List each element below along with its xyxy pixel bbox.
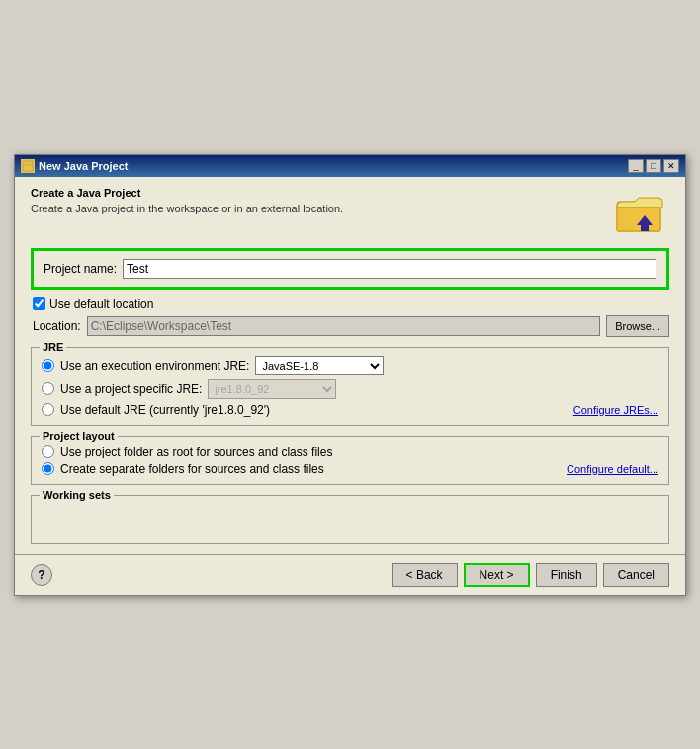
jre-environment-dropdown[interactable]: JavaSE-1.8 JavaSE-11 JavaSE-17 bbox=[255, 356, 384, 375]
help-button[interactable]: ? bbox=[31, 564, 52, 586]
layout-option2-label: Create separate folders for sources and … bbox=[60, 462, 324, 476]
project-name-input[interactable] bbox=[123, 259, 656, 279]
layout-option2-row: Create separate folders for sources and … bbox=[42, 462, 658, 476]
default-location-row: Use default location bbox=[31, 297, 669, 311]
window-title: New Java Project bbox=[39, 160, 129, 172]
use-default-location-checkbox[interactable] bbox=[33, 297, 45, 310]
header-description: Create a Java project in the workspace o… bbox=[31, 203, 343, 214]
window-icon bbox=[21, 159, 35, 173]
location-input bbox=[87, 316, 600, 336]
configure-jres-link[interactable]: Configure JREs... bbox=[573, 404, 658, 416]
jre-option1-radio[interactable] bbox=[42, 359, 54, 372]
title-bar-left: New Java Project bbox=[21, 159, 129, 173]
working-sets-label: Working sets bbox=[40, 489, 114, 501]
location-row: Location: Browse... bbox=[31, 315, 669, 337]
title-buttons: _ □ ✕ bbox=[628, 159, 679, 173]
layout-option1-radio[interactable] bbox=[42, 445, 54, 458]
minimize-button[interactable]: _ bbox=[628, 159, 644, 173]
jre-option3-label: Use default JRE (currently 'jre1.8.0_92'… bbox=[60, 403, 270, 417]
configure-default-link[interactable]: Configure default... bbox=[567, 463, 658, 475]
jre-option3-row: Use default JRE (currently 'jre1.8.0_92'… bbox=[42, 403, 658, 417]
jre-group: JRE Use an execution environment JRE: Ja… bbox=[31, 347, 669, 426]
svg-rect-0 bbox=[23, 161, 33, 171]
header-title: Create a Java Project bbox=[31, 187, 343, 199]
use-default-location-label: Use default location bbox=[49, 297, 153, 311]
header-section: Create a Java Project Create a Java proj… bbox=[31, 187, 669, 236]
close-button[interactable]: ✕ bbox=[663, 159, 679, 173]
working-sets-group: Working sets bbox=[31, 495, 669, 544]
header-icon bbox=[610, 187, 669, 236]
jre-option2-label: Use a project specific JRE: bbox=[60, 382, 202, 396]
header-text: Create a Java Project Create a Java proj… bbox=[31, 187, 343, 214]
svg-rect-3 bbox=[617, 208, 660, 231]
project-layout-group: Project layout Use project folder as roo… bbox=[31, 436, 669, 485]
layout-option1-label: Use project folder as root for sources a… bbox=[60, 445, 332, 458]
project-layout-label: Project layout bbox=[40, 430, 118, 442]
layout-option2-radio[interactable] bbox=[42, 462, 54, 475]
jre-specific-dropdown[interactable]: jre1.8.0_92 bbox=[208, 379, 336, 399]
footer-buttons: < Back Next > Finish Cancel bbox=[392, 563, 669, 587]
maximize-button[interactable]: □ bbox=[646, 159, 661, 173]
project-name-section: Project name: bbox=[31, 248, 669, 290]
finish-button[interactable]: Finish bbox=[536, 563, 597, 587]
cancel-button[interactable]: Cancel bbox=[603, 563, 669, 587]
layout-option1-row: Use project folder as root for sources a… bbox=[42, 445, 658, 458]
footer-left: ? bbox=[31, 564, 52, 586]
footer: ? < Back Next > Finish Cancel bbox=[15, 554, 685, 595]
project-name-label: Project name: bbox=[44, 262, 117, 276]
content-area: Create a Java Project Create a Java proj… bbox=[15, 177, 685, 554]
next-button[interactable]: Next > bbox=[464, 563, 530, 587]
title-bar: New Java Project _ □ ✕ bbox=[15, 155, 685, 177]
back-button[interactable]: < Back bbox=[392, 563, 458, 587]
jre-group-label: JRE bbox=[40, 341, 66, 353]
location-label: Location: bbox=[33, 319, 81, 333]
jre-option2-radio[interactable] bbox=[42, 382, 54, 395]
jre-option1-label: Use an execution environment JRE: bbox=[60, 359, 249, 373]
jre-option2-row: Use a project specific JRE: jre1.8.0_92 bbox=[42, 379, 658, 399]
main-window: New Java Project _ □ ✕ Create a Java Pro… bbox=[14, 154, 686, 596]
jre-option3-radio[interactable] bbox=[42, 403, 54, 416]
jre-option1-row: Use an execution environment JRE: JavaSE… bbox=[42, 356, 658, 375]
browse-button[interactable]: Browse... bbox=[606, 315, 669, 337]
